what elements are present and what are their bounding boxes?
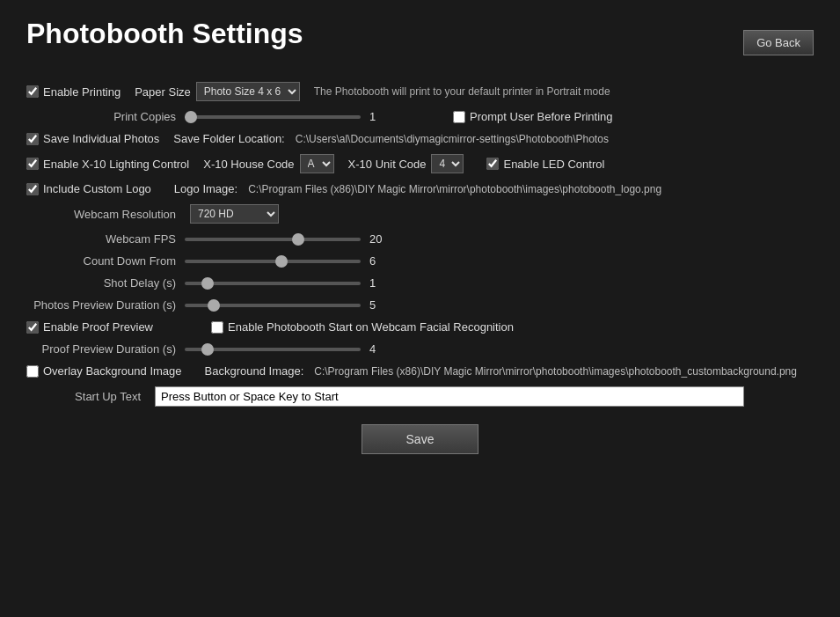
enable-led-label[interactable]: Enable LED Control [486, 158, 604, 171]
facial-recognition-label[interactable]: Enable Photobooth Start on Webcam Facial… [211, 320, 514, 334]
countdown-slider[interactable] [185, 260, 361, 263]
enable-led-checkbox[interactable] [486, 158, 499, 170]
x10-house-code-select[interactable]: ABCD [300, 154, 334, 173]
facial-recognition-checkbox[interactable] [211, 321, 223, 334]
save-photos-label[interactable]: Save Individual Photos [26, 132, 159, 145]
save-photos-checkbox[interactable] [26, 133, 39, 145]
paper-size-select[interactable]: Photo Size 4 x 6 Photo Size 5 x 7 Letter [196, 82, 300, 101]
x10-unit-code-select[interactable]: 12345 [431, 154, 464, 173]
prompt-printing-checkbox[interactable] [453, 111, 465, 123]
photos-preview-slider[interactable] [185, 304, 361, 307]
startup-text-input[interactable] [155, 386, 744, 407]
overlay-bg-checkbox[interactable] [26, 365, 39, 378]
go-back-button[interactable]: Go Back [743, 30, 814, 55]
enable-proof-label[interactable]: Enable Proof Preview [26, 320, 153, 334]
webcam-fps-slider[interactable] [185, 238, 361, 241]
overlay-bg-label[interactable]: Overlay Background Image [26, 364, 182, 378]
enable-x10-checkbox[interactable] [26, 158, 39, 170]
webcam-resolution-select[interactable]: 720 HD 480 SD 1080 Full HD [190, 204, 279, 224]
proof-duration-slider[interactable] [185, 348, 361, 351]
page-title: Photobooth Settings [26, 18, 303, 50]
enable-proof-checkbox[interactable] [26, 321, 39, 334]
enable-printing-checkbox[interactable] [26, 85, 39, 98]
include-logo-label[interactable]: Include Custom Logo [26, 182, 151, 195]
include-logo-checkbox[interactable] [26, 183, 39, 195]
print-copies-slider[interactable] [185, 115, 361, 119]
save-button[interactable]: Save [362, 424, 479, 454]
prompt-printing-label[interactable]: Prompt User Before Printing [453, 110, 613, 123]
enable-x10-label[interactable]: Enable X-10 Lighting Control [26, 158, 189, 171]
enable-printing-label[interactable]: Enable Printing [26, 85, 121, 99]
shot-delay-slider[interactable] [185, 282, 361, 285]
